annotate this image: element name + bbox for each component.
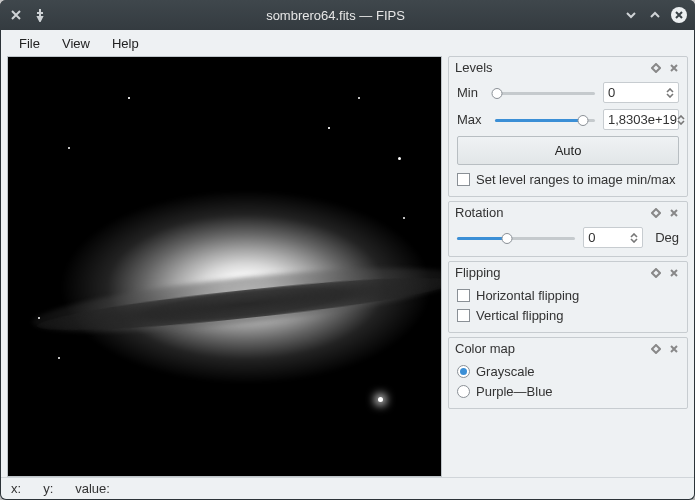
hflip-label: Horizontal flipping	[476, 288, 579, 303]
panel-rotation: Rotation 0	[448, 201, 688, 257]
range-checkbox[interactable]	[457, 173, 470, 186]
menu-file[interactable]: File	[9, 33, 50, 54]
purpleblue-row[interactable]: Purple—Blue	[457, 383, 679, 400]
window-title: sombrero64.fits — FIPS	[48, 8, 623, 23]
vflip-label: Vertical flipping	[476, 308, 563, 323]
panel-flipping: Flipping Horizontal flipping Vertical fl…	[448, 261, 688, 333]
panel-colormap: Color map Grayscale Purple—Blue	[448, 337, 688, 409]
status-value: value:	[75, 481, 110, 496]
close-panel-icon[interactable]	[667, 206, 681, 220]
max-spinbox[interactable]: 1,8303e+19	[603, 109, 679, 130]
close-panel-icon[interactable]	[667, 342, 681, 356]
close-panel-icon[interactable]	[667, 61, 681, 75]
undock-icon[interactable]	[649, 61, 663, 75]
panel-rotation-title: Rotation	[455, 205, 645, 220]
undock-icon[interactable]	[649, 266, 663, 280]
rotation-spinbox[interactable]: 0	[583, 227, 643, 248]
undock-icon[interactable]	[649, 342, 663, 356]
minimize-icon[interactable]	[623, 7, 639, 23]
menubar: File View Help	[1, 30, 694, 56]
close-icon[interactable]	[671, 7, 687, 23]
grayscale-row[interactable]: Grayscale	[457, 363, 679, 380]
min-spinbox[interactable]: 0	[603, 82, 679, 103]
range-checkbox-row[interactable]: Set level ranges to image min/max	[457, 171, 679, 188]
side-panels: Levels Min 0	[448, 56, 688, 477]
status-y: y:	[43, 481, 53, 496]
min-label: Min	[457, 85, 487, 100]
range-checkbox-label: Set level ranges to image min/max	[476, 172, 675, 187]
statusbar: x: y: value:	[1, 477, 694, 499]
menu-view[interactable]: View	[52, 33, 100, 54]
status-x: x:	[11, 481, 21, 496]
undock-icon[interactable]	[649, 206, 663, 220]
hflip-row[interactable]: Horizontal flipping	[457, 287, 679, 304]
titlebar: sombrero64.fits — FIPS	[0, 0, 695, 30]
max-slider[interactable]	[495, 113, 595, 127]
max-label: Max	[457, 112, 487, 127]
appmenu-icon[interactable]	[8, 7, 24, 23]
panel-flipping-title: Flipping	[455, 265, 645, 280]
grayscale-radio[interactable]	[457, 365, 470, 378]
pin-icon[interactable]	[32, 7, 48, 23]
purpleblue-radio[interactable]	[457, 385, 470, 398]
hflip-checkbox[interactable]	[457, 289, 470, 302]
grayscale-label: Grayscale	[476, 364, 535, 379]
maximize-icon[interactable]	[647, 7, 663, 23]
purpleblue-label: Purple—Blue	[476, 384, 553, 399]
min-slider[interactable]	[495, 86, 595, 100]
rotation-unit: Deg	[655, 230, 679, 245]
close-panel-icon[interactable]	[667, 266, 681, 280]
vflip-checkbox[interactable]	[457, 309, 470, 322]
menu-help[interactable]: Help	[102, 33, 149, 54]
vflip-row[interactable]: Vertical flipping	[457, 307, 679, 324]
image-viewer[interactable]	[7, 56, 442, 477]
app-window: sombrero64.fits — FIPS File View Help	[0, 0, 695, 500]
rotation-slider[interactable]	[457, 231, 575, 245]
panel-colormap-title: Color map	[455, 341, 645, 356]
auto-button[interactable]: Auto	[457, 136, 679, 165]
panel-levels: Levels Min 0	[448, 56, 688, 197]
panel-levels-title: Levels	[455, 60, 645, 75]
